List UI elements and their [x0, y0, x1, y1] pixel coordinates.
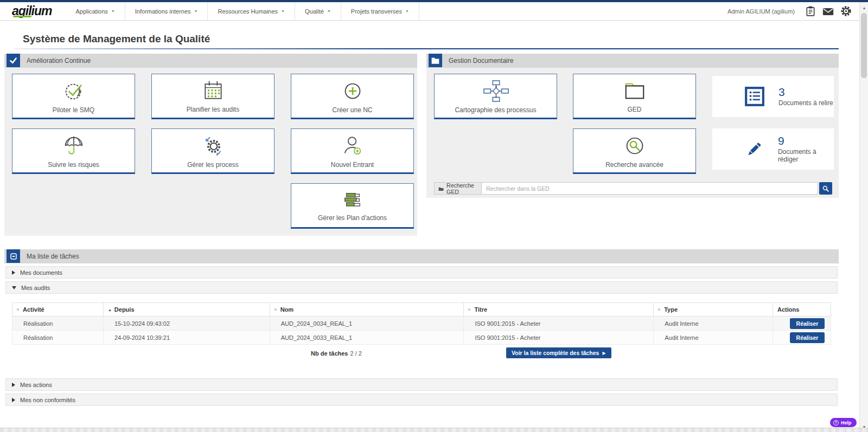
tile-label: Gérer les Plan d'actions [318, 214, 387, 222]
realiser-button[interactable]: Réaliser [790, 318, 825, 329]
mail-icon[interactable] [822, 5, 834, 17]
menu-ressources-humaines[interactable]: Ressources Humaines ▼ [208, 2, 295, 20]
stat-value: 9 [778, 135, 834, 147]
caret-down-icon [12, 286, 16, 289]
col-titre[interactable]: Titre [464, 303, 654, 317]
cell-titre: ISO 9001:2015 - Acheter [464, 317, 654, 331]
gear-icon[interactable] [840, 5, 852, 17]
logo-green-swoosh [12, 16, 32, 17]
tile-suivre-les-risques[interactable]: Suivre les risques [12, 128, 135, 174]
tile-gerer-les-plan-dactions[interactable]: Gérer les Plan d'actions [291, 183, 414, 229]
menu-label: Qualité [305, 8, 324, 15]
folder-white-icon [429, 54, 442, 67]
ged-search-input[interactable] [482, 182, 818, 195]
menu-projets-transverses[interactable]: Projets transverses ▼ [341, 2, 419, 20]
sort-icon [468, 308, 470, 311]
menu-label: Ressources Humaines [218, 8, 278, 15]
view-all-tasks-button[interactable]: Voir la liste complète des tâches ▶ [506, 347, 611, 358]
tile-ged[interactable]: GED [573, 74, 696, 119]
tile-label: Nouvel Entrant [331, 161, 374, 169]
table-header-row: Activité ▲Depuis Nom Titre Type Actions [12, 303, 831, 317]
accordion-label: Mes non conformités [20, 397, 75, 403]
stat-documents-a-relire[interactable]: 3 Documents à relire [712, 76, 834, 117]
accordion-mes-audits[interactable]: Mes audits [5, 281, 838, 294]
col-nom[interactable]: Nom [270, 303, 464, 317]
panel-gestion-documentaire: Gestion Documentaire Cartographie des pr… [426, 54, 839, 198]
task-count-value: 2 / 2 [350, 350, 361, 357]
list-icon [744, 86, 765, 107]
tile-planifier-les-audits[interactable]: Planifier les audits [151, 74, 275, 119]
clipboard-icon[interactable] [805, 5, 816, 17]
chevron-down-icon: ▼ [194, 9, 198, 13]
audits-table: Activité ▲Depuis Nom Titre Type Actions … [12, 302, 831, 345]
menu-informations-internes[interactable]: Informations internes ▼ [125, 2, 208, 20]
chevron-down-icon: ▼ [327, 9, 331, 13]
cell-type: Audit Interne [654, 317, 773, 331]
accordion-label: Mes actions [20, 382, 52, 388]
accordion-label: Mes audits [21, 285, 50, 291]
tile-label: Recherche avancée [605, 161, 663, 169]
task-list-icon [7, 249, 20, 263]
cell-titre: ISO 9001:2015 - Acheter [464, 331, 654, 345]
scroll-up-icon[interactable]: ▲ [860, 3, 868, 12]
stat-documents-a-rediger[interactable]: 9 Documents à rédiger [712, 128, 834, 170]
sort-icon [658, 308, 660, 311]
realiser-button[interactable]: Réaliser [790, 332, 825, 343]
sort-asc-icon: ▲ [108, 308, 112, 312]
menu-qualite[interactable]: Qualité ▼ [295, 2, 341, 20]
tasks-header: Ma liste de tâches [4, 249, 839, 263]
tile-piloter-le-smq[interactable]: Piloter le SMQ [12, 74, 135, 119]
tile-label: Piloter le SMQ [53, 106, 94, 114]
chevron-down-icon: ▼ [281, 9, 285, 13]
col-type[interactable]: Type [654, 303, 773, 317]
tile-label: Planifier les audits [187, 106, 239, 113]
folder-small-icon [438, 186, 444, 191]
ged-search-button[interactable] [819, 182, 832, 195]
menu-label: Applications [76, 8, 108, 15]
search-icon [822, 185, 829, 192]
calendar-icon [201, 79, 225, 103]
cell-nom: AUD_2024_0034_REAL_1 [270, 317, 464, 331]
tasks-title: Ma liste de tâches [27, 249, 79, 263]
help-button[interactable]: ? Help [830, 418, 857, 427]
vertical-scrollbar[interactable]: ▲ ▼ [859, 2, 868, 432]
page-title: Système de Management de la Qualité [23, 33, 210, 45]
tile-recherche-avancee[interactable]: Recherche avancée [573, 128, 696, 174]
caret-right-icon [12, 270, 15, 275]
task-count: Nb de tâches2 / 2 [311, 350, 362, 357]
ged-search-label-text: Recherche GED [446, 182, 481, 195]
table-row: Réalisation 24-09-2024 10:39:21 AUD_2024… [12, 331, 831, 345]
col-activite[interactable]: Activité [12, 303, 104, 317]
tile-label: Suivre les risques [48, 161, 99, 169]
tasks-section: Ma liste de tâches Mes documents Mes aud… [4, 249, 839, 412]
help-label: Help [841, 420, 852, 425]
tile-cartographie-des-processus[interactable]: Cartographie des processus [434, 74, 557, 119]
folder-icon [621, 79, 648, 103]
tile-label: Créer une NC [332, 106, 372, 114]
plus-circle-icon [340, 79, 365, 104]
panel-amelioration-continue: Amélioration Continue Piloter le SMQ Pla… [4, 54, 417, 236]
caret-right-icon: ▶ [602, 351, 605, 356]
navbar-right: Admin AGILIUM (agilium) [727, 2, 859, 20]
tile-creer-une-nc[interactable]: Créer une NC [291, 74, 414, 119]
col-depuis[interactable]: ▲Depuis [103, 303, 270, 317]
tile-nouvel-entrant[interactable]: Nouvel Entrant [291, 128, 414, 174]
menu-label: Projets transverses [351, 8, 402, 15]
cell-type: Audit Interne [654, 331, 773, 345]
user-name: Admin AGILIUM (agilium) [727, 8, 795, 15]
scrollbar-thumb[interactable] [861, 13, 867, 78]
agilium-logo[interactable]: agilium [0, 2, 66, 20]
panel-title: Amélioration Continue [27, 54, 91, 68]
panel-title: Gestion Documentaire [449, 54, 513, 68]
col-actions: Actions [773, 303, 831, 317]
user-plus-icon [340, 133, 365, 158]
menu-applications[interactable]: Applications ▼ [66, 2, 125, 20]
ged-search-label: Recherche GED [434, 182, 482, 195]
chevron-down-icon: ▼ [405, 9, 409, 13]
stat-label: Documents à rédiger [778, 148, 834, 163]
tile-label: GED [627, 106, 641, 113]
accordion-mes-non-conformites[interactable]: Mes non conformités [5, 394, 838, 406]
accordion-mes-documents[interactable]: Mes documents [5, 266, 838, 279]
accordion-mes-actions[interactable]: Mes actions [5, 378, 838, 391]
tile-gerer-les-process[interactable]: Gérer les process [151, 128, 275, 174]
